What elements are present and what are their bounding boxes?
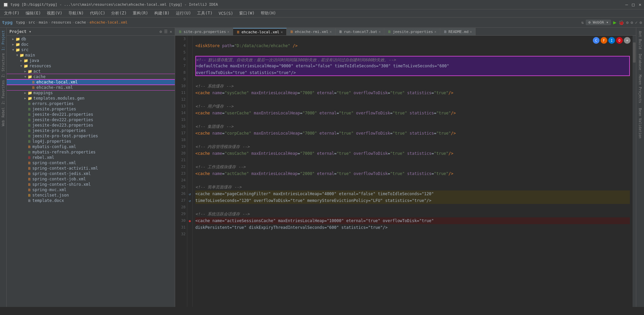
tree-item[interactable]: ▼📁resources bbox=[7, 63, 175, 69]
tree-item[interactable]: 🗎spring-context-shiro.xml bbox=[7, 182, 175, 187]
sidebar-item-favorites[interactable]: 2: Favorites bbox=[1, 79, 6, 106]
tree-item[interactable]: ▶📁act bbox=[7, 69, 175, 74]
tree-item[interactable]: ▶📁doc bbox=[7, 42, 175, 47]
close-panel-icon[interactable]: ✕ bbox=[170, 29, 172, 34]
tree-item[interactable]: ▶📁templates.modules.gen bbox=[7, 96, 175, 101]
tab-close-button[interactable]: × bbox=[434, 30, 436, 34]
sidebar-item-rebel[interactable]: Rebel bbox=[1, 106, 6, 119]
sidebar-item-structure[interactable]: Z: Structure bbox=[1, 52, 6, 79]
tab-label: ehcache-rmi.xml bbox=[295, 30, 328, 34]
sidebar-item-web[interactable]: Web bbox=[1, 119, 6, 128]
tree-item[interactable]: 🗎spring-context-activiti.xml bbox=[7, 166, 175, 171]
menu-item-r[interactable]: 重构(R) bbox=[130, 10, 151, 17]
toolbar-icon-1[interactable]: ⇅ bbox=[581, 20, 584, 25]
chrome-button[interactable]: C bbox=[593, 37, 600, 44]
tree-item[interactable]: 🗎mybatis-refresh.properties bbox=[7, 149, 175, 155]
tree-item[interactable]: ▶📁mappings bbox=[7, 90, 175, 96]
toolbar-icon-5[interactable]: ⚙ bbox=[640, 20, 642, 25]
weboa-button[interactable]: ⚙ WebOA ▾ bbox=[586, 20, 611, 25]
ie-button[interactable]: I bbox=[608, 37, 615, 44]
menu-item-t[interactable]: 工具(T) bbox=[194, 10, 215, 17]
tree-item[interactable]: 🗎template.docx bbox=[7, 198, 175, 203]
tree-item[interactable]: ▼📁cache bbox=[7, 74, 175, 79]
debug-icon[interactable]: 🐞 bbox=[618, 20, 624, 25]
minimize-button[interactable]: — bbox=[625, 2, 628, 7]
tree-item[interactable]: 🗎stencilset.json bbox=[7, 193, 175, 198]
menu-item-vcss[interactable]: VCS(S) bbox=[216, 10, 236, 16]
tree-item[interactable]: 🗎jeesite-pro.properties bbox=[7, 128, 175, 133]
sidebar-item-ant-build[interactable]: Ant Build bbox=[638, 29, 643, 51]
code-editor[interactable]: <diskStore path="D:/data/cache/ehcache" … bbox=[193, 36, 633, 307]
run-icon[interactable]: ▶ bbox=[613, 19, 616, 26]
maximize-button[interactable]: □ bbox=[632, 2, 635, 7]
project-panel: Project ▾ ⚙ ☰ ✕ ▶📁db▶📁doc▼📁src▼📁main▶📁ja… bbox=[7, 28, 175, 307]
gutter-mark bbox=[187, 83, 192, 90]
scroll-thumb[interactable] bbox=[633, 42, 636, 63]
sidebar-item-maven[interactable]: Maven Projects bbox=[638, 73, 643, 105]
tab-close-button[interactable]: × bbox=[470, 30, 472, 34]
menu-item-v[interactable]: 视图(V) bbox=[44, 10, 65, 17]
tree-item[interactable]: 🗎errors.properties bbox=[7, 101, 175, 106]
toolbar-icon-2[interactable]: ⚙ bbox=[626, 20, 629, 25]
vertical-scrollbar[interactable] bbox=[633, 36, 636, 307]
tree-item[interactable]: 🗎jeesite-dev223.properties bbox=[7, 123, 175, 128]
editor-tab-ehcachermixml[interactable]: 🗎ehcache-rmi.xml× bbox=[287, 28, 335, 35]
tab-close-button[interactable]: × bbox=[281, 30, 283, 34]
tree-item[interactable]: 🗎spring-context-job.xml bbox=[7, 176, 175, 182]
breadcrumb-file[interactable]: ehcache-local.xml bbox=[90, 20, 128, 25]
breadcrumb-typg[interactable]: typg bbox=[16, 20, 25, 25]
breadcrumb-main[interactable]: main bbox=[39, 20, 48, 25]
close-button[interactable]: ✕ bbox=[639, 2, 641, 7]
tree-item[interactable]: 🗎spring-context-jedis.xml bbox=[7, 171, 175, 176]
title-bar-left: 🔲 typg [D:/biggit/typg] - ...\src\main\r… bbox=[3, 2, 218, 7]
menu-item-f[interactable]: 文件(F) bbox=[1, 10, 22, 17]
tree-item[interactable]: 🗎ehcache-rmi.xml bbox=[7, 85, 175, 90]
menu-item-c[interactable]: 代码(C) bbox=[87, 10, 108, 17]
tree-icon: 🗎 bbox=[28, 172, 31, 176]
settings-icon[interactable]: ☰ bbox=[164, 29, 168, 34]
tree-item[interactable]: 🗎jeesite-pro-test.properties bbox=[7, 133, 175, 139]
breadcrumb-resources[interactable]: resources bbox=[51, 20, 71, 25]
tree-item[interactable]: ▶📁db bbox=[7, 36, 175, 42]
tree-item[interactable]: ▼📁src bbox=[7, 47, 175, 53]
tree-item[interactable]: ▶📁java bbox=[7, 58, 175, 63]
tree-item[interactable]: 🗎jeesite-dev221.properties bbox=[7, 112, 175, 117]
tree-item[interactable]: 🗎spring-context.xml bbox=[7, 160, 175, 166]
tree-item[interactable]: 🗎rebel.xml bbox=[7, 155, 175, 160]
tree-item[interactable]: 🗎mybatis-config.xml bbox=[7, 144, 175, 149]
firefox-button[interactable]: F bbox=[601, 37, 607, 44]
tab-close-button[interactable]: × bbox=[330, 30, 332, 34]
editor-tab-readmemd[interactable]: 🗎README.md× bbox=[440, 28, 476, 35]
menu-item-h[interactable]: 帮助(H) bbox=[258, 10, 279, 17]
menu-item-z[interactable]: 分析(Z) bbox=[108, 10, 129, 17]
menu-item-e[interactable]: 编辑(E) bbox=[23, 10, 44, 17]
menu-item-u[interactable]: 运行(U) bbox=[173, 10, 194, 17]
sidebar-item-database[interactable]: Database bbox=[638, 52, 643, 72]
tree-item[interactable]: 🗎spring-mvc.xml bbox=[7, 187, 175, 193]
breadcrumb-cache[interactable]: cache bbox=[75, 20, 86, 25]
editor-tab-runtomcatbat[interactable]: 🗎run-tomcat7.bat× bbox=[335, 28, 384, 35]
menu-item-b[interactable]: 构建(B) bbox=[152, 10, 172, 17]
menu-item-w[interactable]: 窗口(W) bbox=[236, 10, 257, 17]
tab-close-button[interactable]: × bbox=[227, 30, 229, 34]
sidebar-item-bean-validation[interactable]: Bean Validation bbox=[638, 106, 643, 140]
tree-item[interactable]: ▼📁main bbox=[7, 53, 175, 58]
other-browser-button[interactable]: + bbox=[624, 37, 631, 44]
tree-item[interactable]: 🗎ehcache-local.xml bbox=[7, 79, 175, 85]
toolbar-icon-4[interactable]: ✓ bbox=[635, 20, 638, 25]
editor-tab-siteproproperties[interactable]: 🗎site-pro.properties× bbox=[175, 28, 233, 35]
menu-item-n[interactable]: 导航(N) bbox=[66, 10, 87, 17]
tree-item[interactable]: 🗎jeesite-dev222.properties bbox=[7, 117, 175, 123]
breadcrumb-src[interactable]: src bbox=[28, 20, 35, 25]
tree-item[interactable]: 🗎log4j.properties bbox=[7, 139, 175, 144]
sidebar-item-project[interactable]: 1: Project bbox=[1, 29, 6, 52]
editor-tab-jeesiteproperties[interactable]: 🗎jeesite.properties× bbox=[384, 28, 440, 35]
opera-button[interactable]: O bbox=[616, 37, 623, 44]
tree-item[interactable]: 🗎jeesite.properties bbox=[7, 106, 175, 112]
editor-tab-ehcachelocalxml[interactable]: 🗎ehcache-local.xml× bbox=[233, 28, 287, 35]
toolbar-icon-3[interactable]: ⚙ bbox=[631, 20, 633, 25]
tree-arrow: ▶ bbox=[23, 91, 28, 95]
tab-close-button[interactable]: × bbox=[379, 30, 381, 34]
gutter-mark bbox=[187, 224, 192, 231]
gear-icon[interactable]: ⚙ bbox=[160, 29, 162, 34]
